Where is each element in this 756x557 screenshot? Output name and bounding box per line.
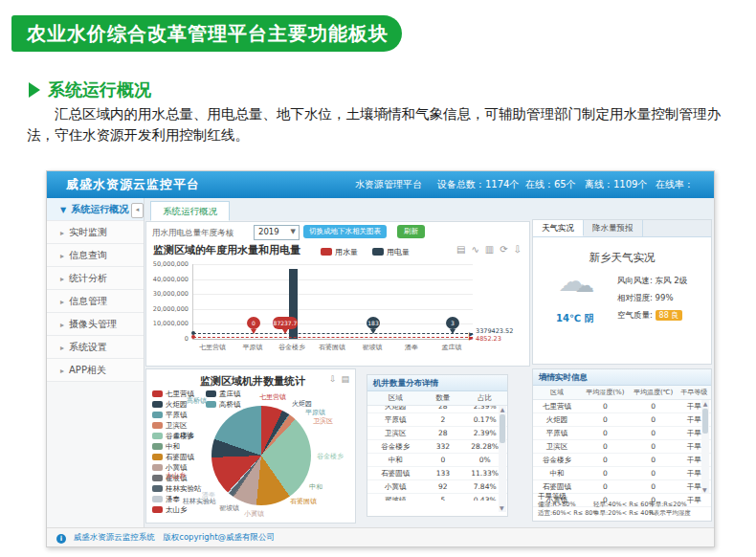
avg-value-water: 4852.23 [476, 335, 525, 343]
table-row[interactable]: 翟坡镇50.43% [367, 494, 507, 501]
x-tick: 平原镇 [232, 343, 274, 352]
legend-swatch [152, 485, 163, 492]
table-row[interactable]: 中和00干旱 [533, 467, 711, 480]
sidebar-collapse-button[interactable]: ◂ [131, 203, 144, 218]
col-count: 数量 [423, 391, 462, 405]
stat-offline: 离线：1109个 [585, 171, 647, 198]
table-row[interactable]: 谷金楼乡00干旱 [533, 454, 711, 467]
refresh-button[interactable]: 刷新 [397, 225, 425, 238]
y-tick: 0 [146, 335, 189, 343]
pin-marker[interactable]: 0 [247, 317, 260, 334]
y-tick: 10,000,000 [146, 320, 189, 327]
legend-label: 用水量 [335, 248, 358, 256]
pie-label: 谷金楼乡 [317, 452, 344, 461]
sidebar-item-label: 信息管理 [69, 296, 107, 306]
weather-title: 新乡天气实况 [533, 251, 711, 265]
pie-toolbox: ⇩▤ [324, 374, 349, 384]
gridline [193, 264, 473, 265]
pie-label: 石婆固镇 [290, 497, 317, 506]
legend-water[interactable]: 用水量 [321, 247, 358, 257]
scrollbar[interactable]: ▲ ▼ [701, 400, 709, 494]
section-arrow-icon [29, 82, 40, 98]
download-icon[interactable]: ⇩ [514, 244, 522, 255]
table-row[interactable]: 火炬园282.39% [367, 406, 507, 413]
sidebar-item-label: 信息查询 [69, 250, 107, 260]
legend-swatch [152, 422, 163, 429]
pin-value: 87237.7 [274, 320, 298, 326]
table-row[interactable]: 石婆固镇13311.33% [367, 467, 507, 480]
bar-chart-icon[interactable]: ▥ [485, 244, 494, 255]
switch-groundwater-button[interactable]: 切换成地下水相关图表 [303, 225, 387, 238]
line-arrow-icon: ▶ [469, 334, 474, 341]
table-row[interactable]: 谷金楼乡33228.28% [367, 440, 507, 454]
sidebar-item-statistics[interactable]: ▸统计分析 [47, 267, 144, 290]
table-row[interactable]: 卫滨区282.39% [367, 427, 507, 440]
table-row[interactable]: 平原镇20.17% [367, 413, 507, 427]
legend-item[interactable]: 高桥镇 [206, 399, 241, 410]
banner-title: 农业水价综合改革管理平台主要功能板块 [27, 22, 389, 45]
pin-value: 3 [451, 320, 455, 326]
app-footer: i 威盛水资源云监控系统 版权copyright@威盛有限公司 [47, 527, 715, 546]
sidebar-item-label: 系统设置 [69, 342, 107, 352]
pie-label: 翟坡镇 [219, 503, 239, 513]
sidebar-item-info-query[interactable]: ▸信息查询 [47, 244, 144, 267]
table-row[interactable]: 火炬园00干旱 [533, 413, 711, 427]
table-row[interactable]: 七里营镇00干旱 [533, 400, 711, 413]
sidebar-item-camera-mgmt[interactable]: ▸摄像头管理 [47, 313, 144, 336]
app-header: 威盛水资源云监控平台 水资源管理平台 设备总数：1174个 在线：65个 离线：… [47, 171, 714, 198]
pie-label: 卫滨区 [313, 416, 333, 426]
table-row[interactable]: 卫滨区00干旱 [533, 440, 711, 454]
x-tick: 石婆固镇 [311, 343, 353, 352]
air-quality-badge: 88 良 [656, 310, 683, 321]
table-row[interactable]: 中和00% [367, 454, 507, 467]
table-row[interactable]: 小冀镇927.84% [367, 480, 507, 494]
x-tick: 谷金楼乡 [271, 343, 313, 352]
year-select[interactable]: 2019 ▼ [254, 225, 300, 240]
download-icon[interactable]: ⇩ [329, 374, 337, 384]
sidebar-item-info-mgmt[interactable]: ▸信息管理 [47, 290, 144, 313]
weather-tabs: 天气实况 降水量预报 [533, 220, 711, 237]
scroll-thumb[interactable] [702, 409, 708, 434]
copyright-text: 威盛水资源云监控系统 版权copyright@威盛有限公司 [74, 532, 275, 542]
cloud-icon: ☁ [575, 274, 594, 297]
scroll-thumb[interactable] [500, 414, 505, 443]
legend-item[interactable]: 桂林实验站 [152, 483, 202, 494]
legend-item[interactable]: 孟庄镇 [206, 389, 241, 399]
pin-marker[interactable]: 183 [367, 317, 380, 334]
scroll-up-icon[interactable]: ▲ [499, 406, 506, 413]
tab-weather-live[interactable]: 天气实况 [533, 220, 584, 236]
tab-precip-forecast[interactable]: 降水量预报 [584, 220, 643, 236]
sidebar-item-overview[interactable]: ▼系统运行概况 [47, 198, 144, 221]
data-view-icon[interactable]: ▤ [341, 374, 349, 384]
sidebar-item-settings[interactable]: ▸系统设置 [47, 336, 144, 359]
scrollbar[interactable]: ▲ ▼ [499, 406, 506, 512]
pin-marker[interactable]: 87237.7 [273, 317, 298, 334]
legend-label: 中和 [166, 442, 180, 451]
line-chart-icon[interactable]: ∿ [471, 244, 478, 255]
gridline [193, 309, 473, 310]
info-icon: i [56, 534, 66, 544]
pie-chart[interactable] [211, 406, 311, 505]
table-row[interactable]: 平原镇00干旱 [533, 427, 711, 440]
pin-marker[interactable]: 3 [446, 317, 459, 334]
legend-label: 潘奉 [166, 495, 180, 503]
pie-label: 太山乡 [166, 471, 186, 480]
temperature-value: 14℃ 阴 [556, 312, 594, 325]
legend-swatch-electricity [372, 248, 384, 256]
legend-item[interactable]: 中和 [152, 441, 202, 452]
sidebar-item-label: 系统运行概况 [71, 204, 128, 214]
scroll-up-icon[interactable]: ▲ [701, 400, 709, 408]
tab-overview[interactable]: 系统运行概况 [150, 201, 230, 221]
legend-item[interactable]: 平原镇 [152, 410, 202, 420]
legend-item[interactable]: 石婆固镇 [152, 452, 202, 462]
restore-icon[interactable]: ⟳ [500, 244, 507, 255]
legend-electricity[interactable]: 用电量 [372, 247, 410, 257]
sidebar-item-realtime[interactable]: ▸实时监测 [47, 221, 144, 244]
sidebar-item-app[interactable]: ▸APP相关 [47, 359, 144, 382]
data-view-icon[interactable]: ▤ [456, 244, 465, 255]
scroll-down-icon[interactable]: ▼ [500, 504, 504, 512]
legend-swatch [152, 464, 163, 471]
legend-label: 孟庄镇 [219, 390, 241, 398]
legend-item[interactable]: 卫滨区 [152, 420, 202, 431]
col-region: 区域 [367, 391, 423, 405]
